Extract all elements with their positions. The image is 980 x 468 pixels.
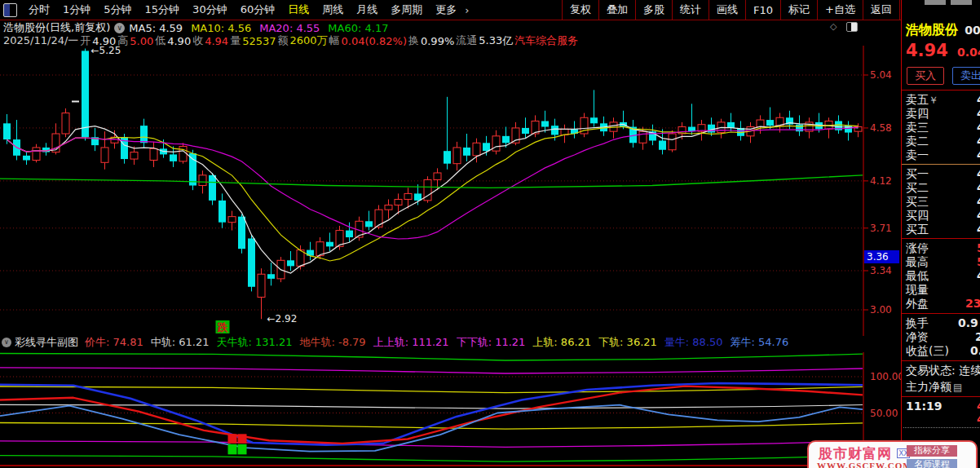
toolbar-button-3[interactable]: 统计 [672, 0, 709, 20]
signal-bar-red [238, 434, 247, 444]
indicator-sub-chart[interactable]: 100.0050.00 [0, 352, 901, 468]
app-window-icon[interactable] [3, 3, 17, 17]
candle-body-down [82, 51, 89, 137]
watermark-url[interactable]: WWW.GSCFW.COM [817, 461, 912, 468]
window-button-stub[interactable] [951, 0, 972, 5]
candle-body-up [101, 148, 108, 162]
stat-row-3[interactable]: 现量 [906, 283, 980, 297]
stat-row-1[interactable]: 最高5. [906, 255, 980, 269]
stat-row-4[interactable]: 外盘23 [906, 297, 980, 311]
status-value: 连续 [959, 364, 980, 377]
menu-item-7[interactable]: 周线 [316, 2, 350, 17]
chevron-down-circle-icon[interactable]: ∨ [114, 23, 125, 33]
candle-body-down [414, 193, 422, 200]
candle-body-up [639, 131, 647, 143]
row-label: 卖四 [906, 107, 929, 120]
menu-item-10[interactable]: 更多 [429, 2, 463, 17]
menu-item-3[interactable]: 15分钟 [139, 2, 187, 17]
window-button-stub[interactable] [925, 0, 946, 5]
stat-row2-1[interactable]: 净资2. [906, 330, 980, 344]
diamond-icon[interactable]: ◇ [830, 21, 837, 32]
toolbar-button-4[interactable]: 画线 [709, 0, 745, 20]
stat-row-0[interactable]: 涨停5. [906, 241, 980, 255]
row-label: 最高 [906, 255, 929, 268]
price-badge-text: 3.36 [867, 251, 889, 263]
chart-corner-icons: ◇ [830, 21, 866, 33]
last-price: 4.94 [906, 41, 948, 60]
quote-segment-17: 流通 [456, 33, 477, 48]
menu-item-8[interactable]: 月线 [350, 2, 384, 17]
buy-level-row-2[interactable]: 买三4. [906, 195, 980, 209]
buy-level-row-0[interactable]: 买一4. [906, 167, 980, 181]
toolbar-button-2[interactable]: 多股 [635, 0, 672, 20]
candle-body-down [189, 153, 196, 186]
candle-body-down [444, 151, 451, 164]
indicator-field-5: 下下轨: 11.21 [457, 336, 526, 348]
menu-item-2[interactable]: 5分钟 [97, 2, 138, 17]
stock-name: 浩物股份 [906, 22, 958, 38]
ma-field-0: MA5: 4.59 [129, 22, 183, 34]
indicator-line-下下轨 [0, 441, 863, 448]
sell-level-row-3[interactable]: 卖二4. [906, 135, 980, 148]
stat-row2-0[interactable]: 换手0.9 [906, 316, 980, 330]
toolbar-button-1[interactable]: 叠加 [598, 0, 635, 20]
toolbar-button-6[interactable]: 标记 [780, 0, 817, 20]
candle-body-up [757, 120, 764, 126]
stat-row2-2[interactable]: 收益(三)0. [906, 344, 980, 358]
row-label: 卖五 [906, 93, 929, 106]
row-value: 4. [977, 107, 980, 120]
quote-segment-11: 额 [277, 33, 288, 48]
indicator-line-天牛轨 [0, 354, 863, 361]
stock-code: 000 [965, 24, 980, 37]
menu-item-6[interactable]: 日线 [281, 2, 316, 17]
indicator-field-6: 上轨: 86.21 [532, 336, 591, 348]
menu-item-5[interactable]: 60分钟 [234, 2, 282, 17]
menu-item-1[interactable]: 1分钟 [56, 2, 97, 17]
indicator-axis-label: 100.00 [870, 371, 901, 382]
watermark-banner: 股市财富网 XX WWW.GSCFW.COM 指标分享名师课程 [807, 440, 978, 468]
sell-level-row-0[interactable]: 卖五￥4. [906, 93, 980, 107]
toolbar-button-0[interactable]: 复权 [562, 0, 598, 20]
chart-info-line: 浩物股份(日线,前复权) ∨ MA5: 4.59MA10: 4.56MA20: … [3, 21, 396, 34]
more-arrow-icon[interactable]: › [463, 4, 469, 16]
toolbar-button-8[interactable]: 返回 [863, 0, 900, 20]
indicator-field-8: 量牛: 88.50 [664, 336, 723, 348]
sell-level-row-4[interactable]: 卖一4. [906, 148, 980, 162]
time-price-value: 4. [977, 400, 980, 413]
main-candlestick-chart[interactable]: 5.044.584.123.713.343.00←5.25←2.92跌3.36 [0, 46, 901, 336]
toolbar-button-5[interactable]: F10 [745, 0, 780, 20]
row-value: 5. [977, 241, 980, 254]
candle-body-down [267, 274, 275, 279]
quote-segment-12: 2600万 [289, 33, 327, 48]
menu-item-0[interactable]: 分时 [22, 2, 56, 17]
panel-separator [902, 90, 980, 91]
signal-bar-red [228, 434, 237, 444]
main-flow-row[interactable]: 主力净额▤ [906, 380, 980, 394]
menu-item-9[interactable]: 多周期 [384, 2, 429, 17]
row-label: 卖二 [906, 135, 929, 148]
candle-body-up [199, 175, 206, 186]
list-icon[interactable]: ▤ [953, 382, 962, 393]
price-axis-label: 3.34 [870, 265, 892, 276]
row-value: 2. [975, 330, 980, 343]
buy-level-row-4[interactable]: 买五4. [906, 223, 980, 236]
sell-level-row-2[interactable]: 卖三4. [906, 121, 980, 135]
row-value: 4. [977, 223, 980, 236]
sell-level-row-1[interactable]: 卖四4. [906, 107, 980, 121]
sell-button[interactable]: 卖出 [952, 67, 980, 85]
buy-level-row-1[interactable]: 买二4. [906, 181, 980, 195]
buy-button[interactable]: 买入 [907, 67, 944, 85]
buy-level-row-3[interactable]: 买四4. [906, 209, 980, 223]
candle-body-down [326, 242, 333, 247]
ma-line-MA20 [7, 127, 859, 239]
chevron-down-circle-icon[interactable]: ∨ [2, 338, 11, 347]
ma-field-2: MA20: 4.55 [259, 22, 320, 34]
menu-item-4[interactable]: 30分钟 [186, 2, 234, 17]
split-window-icon[interactable] [846, 22, 858, 32]
toolbar-button-7[interactable]: +自选 [817, 0, 863, 20]
ma-field-3: MA60: 4.17 [328, 22, 388, 34]
flow-label: 主力净额 [906, 380, 951, 393]
candle-body-down [248, 238, 255, 286]
stat-row-2[interactable]: 最低4. [906, 269, 980, 283]
row-value: 4. [977, 195, 980, 208]
